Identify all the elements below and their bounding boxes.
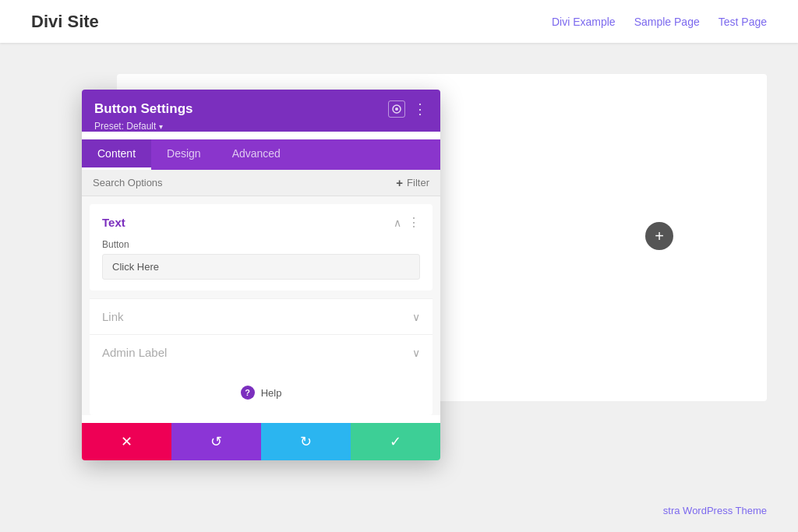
text-section-title: Text [102,216,125,229]
modal-header: Button Settings ⋮ Preset: Default ▾ [82,90,440,132]
save-icon: ✓ [390,433,401,450]
admin-label-collapse-icon[interactable]: ∨ [412,347,420,359]
link-section: Link ∨ [90,298,433,334]
add-block-button[interactable]: + [645,222,673,250]
filter-plus-icon: + [396,176,403,189]
svg-point-1 [395,107,398,111]
button-text-input[interactable] [102,254,420,280]
help-icon: ? [241,386,255,400]
nav-link-divi-example[interactable]: Divi Example [552,16,616,28]
admin-label-section-header[interactable]: Admin Label ∨ [90,335,433,370]
tab-content[interactable]: Content [82,139,151,170]
link-section-header[interactable]: Link ∨ [90,299,433,334]
text-section-header[interactable]: Text ∧ ⋮ [102,215,420,230]
save-button[interactable]: ✓ [351,423,440,460]
preset-chevron: ▾ [159,122,163,131]
modal-tabs: Content Design Advanced [82,139,440,170]
admin-label-section: Admin Label ∨ [90,334,433,370]
redo-button[interactable]: ↻ [261,423,351,460]
cancel-icon: ✕ [121,433,132,450]
button-field-label: Button [102,239,420,250]
site-title: Divi Site [31,12,99,32]
text-section-icons: ∧ ⋮ [394,215,420,230]
preset-label: Preset: Default [94,121,156,132]
link-collapse-icon[interactable]: ∨ [412,311,420,323]
nav-link-test-page[interactable]: Test Page [719,16,767,28]
search-input[interactable] [93,177,396,188]
modal-preset[interactable]: Preset: Default ▾ [94,121,428,132]
undo-icon: ↺ [210,433,222,450]
nav-links: Divi Example Sample Page Test Page [552,16,767,28]
search-bar: + Filter [82,170,440,196]
text-section: Text ∧ ⋮ Button [90,204,433,291]
text-menu-icon[interactable]: ⋮ [408,215,420,230]
help-area: ? Help [90,370,433,415]
modal-header-icons: ⋮ [388,100,428,118]
modal-target-icon[interactable] [388,100,405,118]
filter-button[interactable]: + Filter [396,176,429,189]
help-label[interactable]: Help [261,387,282,399]
link-section-title: Link [102,310,124,323]
tab-advanced[interactable]: Advanced [217,139,296,170]
top-navigation: Divi Site Divi Example Sample Page Test … [0,0,798,43]
nav-link-sample-page[interactable]: Sample Page [634,16,700,28]
admin-label-title: Admin Label [102,346,167,359]
redo-icon: ↻ [300,433,312,450]
page-footer-text: stra WordPress Theme [663,505,767,516]
tab-design[interactable]: Design [151,139,217,170]
undo-button[interactable]: ↺ [171,423,261,460]
modal-body: + Filter Text ∧ ⋮ Button [82,170,440,415]
text-collapse-icon[interactable]: ∧ [394,217,401,229]
modal-footer: ✕ ↺ ↻ ✓ [82,423,440,460]
cancel-button[interactable]: ✕ [82,423,171,460]
modal-menu-dots[interactable]: ⋮ [413,100,428,118]
button-field-group: Button [102,239,420,280]
modal-title: Button Settings [94,101,193,117]
filter-label: Filter [407,177,429,188]
footer-theme-text: stra WordPress Theme [663,505,767,516]
button-settings-modal: Button Settings ⋮ Preset: Default ▾ [82,90,440,460]
modal-header-top: Button Settings ⋮ [94,100,428,118]
page-content: + stra WordPress Theme Button Settings ⋮ [0,43,798,532]
